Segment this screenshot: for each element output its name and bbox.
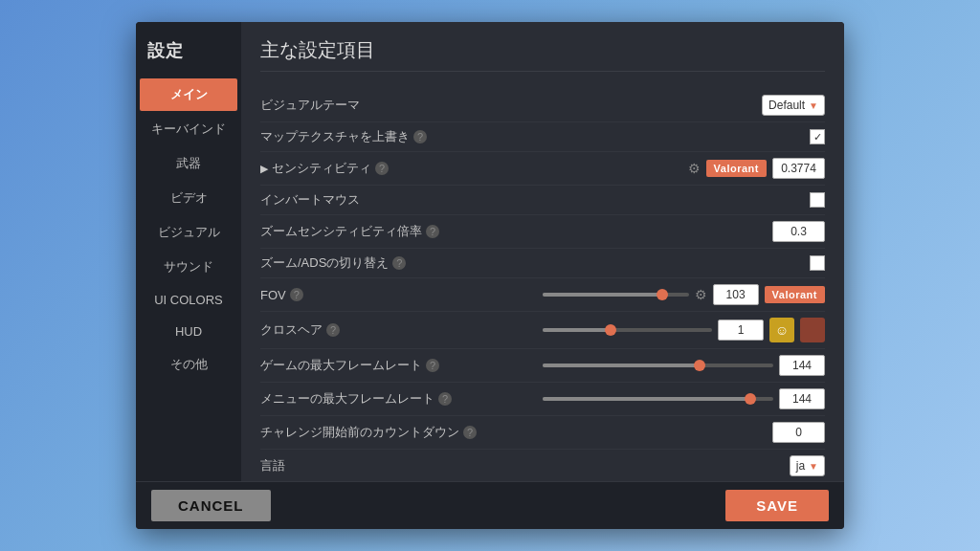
row-map-texture: マップテクスチャを上書き ? [260,122,825,152]
sidebar-item-weapons[interactable]: 武器 [140,147,237,180]
row-menu-framerate: メニューの最大フレームレート ? 144 [260,383,825,416]
checkbox-invert-mouse[interactable] [810,192,825,208]
cancel-button[interactable]: CANCEL [151,490,271,521]
label-invert-mouse: インバートマウス [260,191,810,209]
menu-framerate-fill [543,397,750,401]
dialog-footer: CANCEL SAVE [136,481,844,529]
label-sensitivity: ▶ センシティビティ ? [260,160,688,177]
control-zoom-sensitivity: 0.3 [772,221,825,242]
control-countdown: 0 [772,422,825,443]
label-zoom-sensitivity: ズームセンシティビティ倍率 ? [260,223,772,240]
dialog-body: 設定 メイン キーバインド 武器 ビデオ ビジュアル サウンド UI COLOR… [136,22,844,481]
control-invert-mouse [810,192,825,208]
control-map-texture [810,129,825,144]
input-zoom-sensitivity[interactable]: 0.3 [772,221,825,242]
menu-framerate-thumb[interactable] [745,393,756,405]
fov-track [543,293,689,297]
label-map-texture: マップテクスチャを上書き ? [260,128,810,145]
row-zoom-sensitivity: ズームセンシティビティ倍率 ? 0.3 [260,215,825,249]
control-visual-theme: Default ▼ [762,95,825,116]
main-content: 主な設定項目 ビジュアルテーマ Default ▼ マップテクスチャを上書き ? [241,22,844,481]
help-icon-zoom[interactable]: ? [426,225,439,238]
menu-framerate-track [543,397,773,401]
sidebar-item-video[interactable]: ビデオ [140,182,237,214]
row-sensitivity: ▶ センシティビティ ? ⚙ Valorant 0.3774 [260,152,825,186]
sidebar-item-uicolors[interactable]: UI COLORS [140,285,237,315]
sidebar-item-other[interactable]: その他 [140,348,237,381]
crosshair-track [543,328,712,332]
dropdown-language[interactable]: ja ▼ [790,455,825,476]
input-countdown[interactable]: 0 [772,422,825,443]
label-fov: FOV ? [260,288,543,302]
chevron-down-icon-lang: ▼ [809,461,818,472]
help-icon-menu-framerate[interactable]: ? [438,392,452,406]
row-invert-mouse: インバートマウス [260,186,825,215]
row-language: 言語 ja ▼ [260,450,825,481]
gear-icon-sensitivity[interactable]: ⚙ [688,161,701,176]
menu-framerate-slider[interactable] [543,397,773,401]
crosshair-fill [543,328,611,332]
help-icon-countdown[interactable]: ? [463,426,477,439]
crosshair-color-swatch[interactable] [800,318,825,342]
game-framerate-fill [543,364,700,367]
help-icon-fov[interactable]: ? [290,288,303,301]
crosshair-slider[interactable] [543,328,712,332]
sidebar-item-visual[interactable]: ビジュアル [140,216,237,249]
control-ads-toggle [810,255,825,271]
sidebar: 設定 メイン キーバインド 武器 ビデオ ビジュアル サウンド UI COLOR… [136,22,241,481]
row-crosshair: クロスヘア ? 1 ☺ [260,312,825,349]
chevron-down-icon: ▼ [809,100,818,111]
label-ads-toggle: ズーム/ADSの切り替え ? [260,254,810,272]
checkbox-ads-toggle[interactable] [810,255,825,271]
crosshair-thumb[interactable] [605,324,616,336]
checkbox-map-texture[interactable] [810,129,825,144]
row-countdown: チャレンジ開始前のカウントダウン ? 0 [260,416,825,450]
settings-dialog: 設定 メイン キーバインド 武器 ビデオ ビジュアル サウンド UI COLOR… [136,22,844,529]
valorant-button-sensitivity[interactable]: Valorant [706,160,767,177]
label-menu-framerate: メニューの最大フレームレート ? [260,390,543,408]
main-title: 主な設定項目 [260,37,825,72]
crosshair-icon[interactable]: ☺ [769,318,794,342]
control-fov: ⚙ 103 Valorant [543,284,825,305]
gear-icon-fov[interactable]: ⚙ [695,287,707,302]
sidebar-item-main[interactable]: メイン [140,78,237,111]
sidebar-title: 設定 [136,30,241,77]
help-icon-ads[interactable]: ? [392,256,406,270]
label-countdown: チャレンジ開始前のカウントダウン ? [260,424,772,441]
game-framerate-track [543,364,773,367]
sidebar-item-sound[interactable]: サウンド [140,251,237,283]
sidebar-item-hud[interactable]: HUD [140,317,237,346]
row-ads-toggle: ズーム/ADSの切り替え ? [260,249,825,278]
help-icon-game-framerate[interactable]: ? [426,359,439,372]
game-framerate-slider[interactable] [543,364,773,367]
help-icon-sensitivity[interactable]: ? [375,162,389,175]
label-game-framerate: ゲームの最大フレームレート ? [260,357,543,374]
control-menu-framerate: 144 [543,388,825,409]
control-sensitivity: ⚙ Valorant 0.3774 [688,158,825,179]
fov-thumb[interactable] [657,289,668,300]
fov-fill [543,293,662,297]
dropdown-visual-theme[interactable]: Default ▼ [762,95,825,116]
control-crosshair: 1 ☺ [543,318,825,342]
game-framerate-thumb[interactable] [694,360,705,371]
input-fov[interactable]: 103 [713,284,759,305]
label-crosshair: クロスヘア ? [260,321,543,339]
input-crosshair[interactable]: 1 [718,320,764,341]
control-language: ja ▼ [790,455,825,476]
label-visual-theme: ビジュアルテーマ [260,97,762,114]
save-button[interactable]: SAVE [725,490,829,521]
input-game-framerate[interactable]: 144 [779,355,825,376]
fov-slider[interactable] [543,293,689,297]
help-icon[interactable]: ? [413,130,427,143]
input-menu-framerate[interactable]: 144 [779,388,825,409]
input-sensitivity[interactable]: 0.3774 [772,158,825,179]
valorant-button-fov[interactable]: Valorant [765,286,825,303]
control-game-framerate: 144 [543,355,825,376]
expand-arrow-icon[interactable]: ▶ [260,163,268,175]
label-language: 言語 [260,457,790,474]
row-game-framerate: ゲームの最大フレームレート ? 144 [260,349,825,383]
sidebar-item-keybind[interactable]: キーバインド [140,113,237,145]
row-fov: FOV ? ⚙ 103 Valorant [260,278,825,312]
row-visual-theme: ビジュアルテーマ Default ▼ [260,89,825,122]
help-icon-crosshair[interactable]: ? [326,323,340,337]
